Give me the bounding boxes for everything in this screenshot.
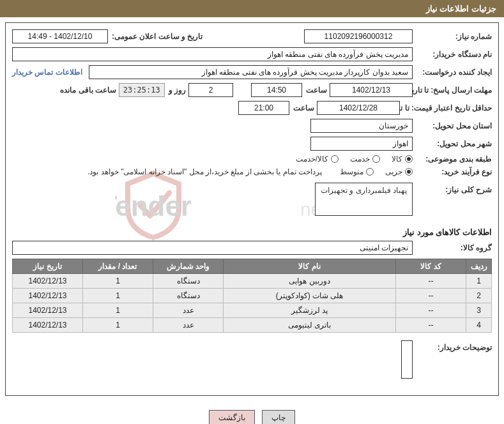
label-buyer-notes: توضیحات خریدار: <box>415 340 492 352</box>
cell-row: 1 <box>466 274 492 289</box>
items-table: ردیف کد کالا نام کالا واحد شمارش تعداد /… <box>12 259 492 333</box>
cell-unit: عدد <box>153 318 224 333</box>
cell-code: -- <box>396 303 466 318</box>
cell-row: 2 <box>466 289 492 303</box>
value-announce: 1402/12/10 - 14:49 <box>12 29 108 43</box>
label-purchase-type: نوع فرآیند خرید: <box>415 167 492 176</box>
cell-name: پد لرزشگیر <box>224 303 396 318</box>
value-price-validity-date: 1402/12/28 <box>317 101 400 115</box>
table-row: 2 -- هلی شات (کوادکوپتر) دستگاه 1 1402/1… <box>13 289 492 303</box>
cell-qty: 1 <box>83 274 153 289</box>
value-deadline-date: 1402/12/13 <box>330 83 413 97</box>
table-row: 4 -- باتری لیتیومی عدد 1 1402/12/13 <box>13 318 492 333</box>
label-requester: ایجاد کننده درخواست: <box>415 68 492 77</box>
th-unit: واحد شمارش <box>153 259 224 274</box>
buyer-contact-link[interactable]: اطلاعات تماس خریدار <box>12 68 86 77</box>
th-code: کد کالا <box>396 259 466 274</box>
radio-goods[interactable] <box>405 155 413 163</box>
cell-name: دوربین هوایی <box>224 274 396 289</box>
radio-medium-label: متوسط <box>340 167 363 176</box>
table-header-row: ردیف کد کالا نام کالا واحد شمارش تعداد /… <box>13 259 492 274</box>
th-date: تاریخ نیاز <box>13 259 83 274</box>
items-section-title: اطلاعات کالاهای مورد نیاز <box>12 227 492 237</box>
cell-row: 4 <box>466 318 492 333</box>
label-city: شهر محل تحویل: <box>415 139 492 148</box>
radio-goods-label: کالا <box>392 155 402 163</box>
th-row: ردیف <box>466 259 492 274</box>
cell-name: هلی شات (کوادکوپتر) <box>224 289 396 303</box>
radio-minor[interactable] <box>405 168 413 176</box>
radio-medium[interactable] <box>366 168 374 176</box>
label-buyer-org: نام دستگاه خریدار: <box>415 50 492 59</box>
details-panel: شماره نیاز: 1102092196000312 تاریخ و ساع… <box>5 22 499 396</box>
cell-row: 3 <box>466 303 492 318</box>
footer-buttons: چاپ بازگشت <box>0 401 504 424</box>
back-button[interactable]: بازگشت <box>209 410 255 424</box>
value-buyer-org: مدیریت پخش فرآورده های نفتی منطقه اهواز <box>12 47 413 61</box>
cell-unit: عدد <box>153 303 224 318</box>
label-price-validity: حداقل تاریخ اعتبار قیمت: تا تاریخ: <box>402 103 492 112</box>
cell-date: 1402/12/13 <box>13 318 83 333</box>
page-title: جزئیات اطلاعات نیاز <box>426 4 496 13</box>
cell-date: 1402/12/13 <box>13 274 83 289</box>
value-deadline-time: 14:50 <box>251 83 302 97</box>
cell-date: 1402/12/13 <box>13 289 83 303</box>
cell-code: -- <box>396 274 466 289</box>
label-time-1: ساعت <box>305 86 327 95</box>
table-row: 1 -- دوربین هوایی دستگاه 1 1402/12/13 <box>13 274 492 289</box>
radio-minor-label: جزیی <box>385 167 402 176</box>
purchase-radio-group: جزیی متوسط <box>340 167 413 176</box>
cell-unit: دستگاه <box>153 289 224 303</box>
label-remaining: ساعت باقی مانده <box>59 86 116 95</box>
cell-qty: 1 <box>83 303 153 318</box>
page-title-bar: جزئیات اطلاعات نیاز <box>0 0 504 17</box>
cell-code: -- <box>396 318 466 333</box>
table-row: 3 -- پد لرزشگیر عدد 1 1402/12/13 <box>13 303 492 318</box>
value-requester: سعید بدوان کارپرداز مدیریت پخش فرآورده ه… <box>89 65 413 79</box>
radio-service[interactable] <box>372 155 380 163</box>
value-city: اهواز <box>310 137 413 151</box>
th-name: نام کالا <box>224 259 396 274</box>
print-button[interactable]: چاپ <box>262 410 295 424</box>
category-radio-group: کالا خدمت کالا/خدمت <box>296 155 413 163</box>
radio-service-label: خدمت <box>350 155 370 163</box>
value-province: خوزستان <box>310 119 413 133</box>
cell-qty: 1 <box>83 318 153 333</box>
value-time-left: 23:25:13 <box>119 83 165 97</box>
cell-date: 1402/12/13 <box>13 303 83 318</box>
cell-qty: 1 <box>83 289 153 303</box>
radio-both[interactable] <box>331 155 339 163</box>
value-general-desc: پهباد فیلمبرداری و تجهیزات <box>315 183 413 216</box>
radio-both-label: کالا/خدمت <box>296 155 328 163</box>
cell-name: باتری لیتیومی <box>224 318 396 333</box>
label-category: طبقه بندی موضوعی: <box>415 155 492 163</box>
value-price-validity-time: 21:00 <box>238 101 289 115</box>
label-deadline: مهلت ارسال پاسخ: تا تاریخ: <box>415 86 492 95</box>
purchase-note: پرداخت تمام یا بخشی از مبلغ خرید،از محل … <box>88 167 322 176</box>
label-days-and: روز و <box>167 86 186 95</box>
label-need-no: شماره نیاز: <box>415 32 492 41</box>
label-time-2: ساعت <box>292 103 314 112</box>
th-qty: تعداد / مقدار <box>83 259 153 274</box>
label-item-group: گروه کالا: <box>415 243 492 252</box>
value-buyer-notes <box>401 340 413 379</box>
cell-code: -- <box>396 289 466 303</box>
label-general-desc: شرح کلی نیاز: <box>415 183 492 194</box>
label-announce: تاریخ و ساعت اعلان عمومی: <box>111 32 202 41</box>
value-item-group: تجهیزات امنیتی <box>12 241 413 255</box>
value-need-no: 1102092196000312 <box>304 29 413 43</box>
cell-unit: دستگاه <box>153 274 224 289</box>
value-days-left: 2 <box>188 83 233 97</box>
label-province: استان محل تحویل: <box>415 121 492 130</box>
